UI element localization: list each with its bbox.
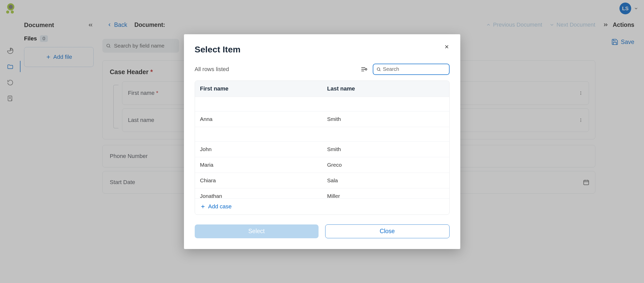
- cell-first-name: Anna: [195, 111, 322, 127]
- modal-search-input[interactable]: [383, 66, 446, 72]
- modal-table: First name Last name AnnaSmithJohnSmithM…: [195, 81, 450, 215]
- select-label: Select: [248, 228, 265, 235]
- cell-last-name: Smith: [322, 142, 449, 157]
- table-row[interactable]: JohnSmith: [195, 141, 449, 157]
- modal-overlay: Select Item All rows listed First name L…: [0, 0, 644, 283]
- modal-title: Select Item: [195, 44, 450, 54]
- select-item-modal: Select Item All rows listed First name L…: [184, 34, 460, 249]
- close-button[interactable]: Close: [325, 224, 450, 238]
- cell-last-name: [322, 97, 449, 111]
- table-row[interactable]: MariaGreco: [195, 157, 449, 173]
- table-row[interactable]: AnnaSmith: [195, 111, 449, 127]
- cell-first-name: Chiara: [195, 173, 322, 188]
- rows-listed-label: All rows listed: [195, 66, 229, 73]
- table-header: First name Last name: [195, 81, 449, 97]
- col-last-name: Last name: [322, 81, 449, 97]
- cell-first-name: [195, 127, 322, 141]
- filter-list-icon[interactable]: [361, 66, 367, 73]
- add-case-label: Add case: [208, 203, 232, 210]
- select-button[interactable]: Select: [195, 224, 319, 238]
- cell-last-name: Miller: [322, 188, 449, 198]
- cell-first-name: [195, 97, 322, 111]
- svg-point-23: [365, 68, 367, 70]
- table-body[interactable]: AnnaSmithJohnSmithMariaGrecoChiaraSalaJo…: [195, 97, 449, 198]
- table-row[interactable]: [195, 127, 449, 141]
- cell-first-name: Jonathan: [195, 188, 322, 198]
- cell-last-name: [322, 127, 449, 141]
- search-icon: [376, 67, 381, 72]
- table-row[interactable]: [195, 97, 449, 111]
- add-case-button[interactable]: Add case: [195, 198, 449, 214]
- table-row[interactable]: ChiaraSala: [195, 173, 449, 188]
- close-icon[interactable]: [444, 44, 450, 50]
- cell-last-name: Smith: [322, 111, 449, 127]
- col-first-name: First name: [195, 81, 322, 97]
- table-row[interactable]: JonathanMiller: [195, 188, 449, 198]
- cell-last-name: Greco: [322, 157, 449, 173]
- svg-point-25: [377, 67, 380, 70]
- modal-search-box[interactable]: [373, 64, 450, 75]
- close-label: Close: [380, 228, 395, 235]
- cell-last-name: Sala: [322, 173, 449, 188]
- cell-first-name: John: [195, 142, 322, 157]
- svg-line-26: [379, 70, 380, 71]
- cell-first-name: Maria: [195, 157, 322, 173]
